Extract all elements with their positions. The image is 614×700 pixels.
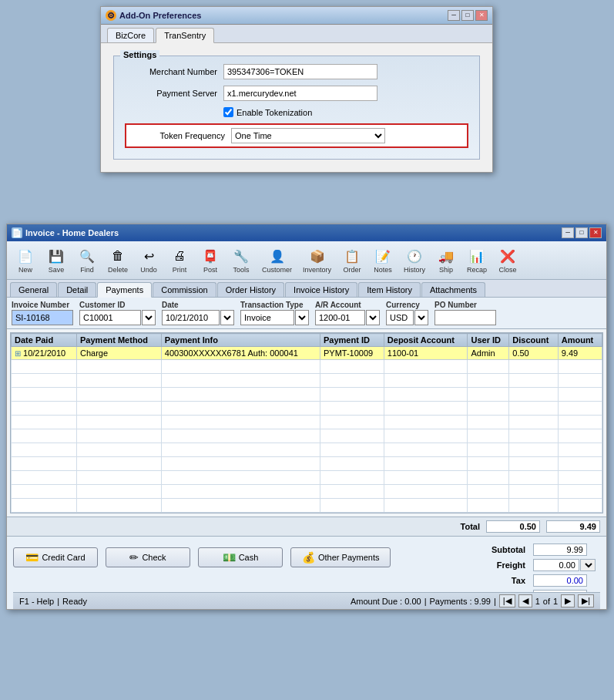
nav-first-button[interactable]: |◀	[499, 594, 515, 607]
addon-tab-bar: BizCore TranSentry	[101, 25, 492, 43]
addon-titlebar: ⚙ Add-On Preferences ─ □ ✕	[101, 7, 492, 25]
date-dropdown[interactable]	[220, 310, 234, 325]
customer-id-dropdown[interactable]	[142, 310, 156, 325]
inventory-icon: 📦	[308, 247, 327, 265]
freight-input[interactable]	[533, 559, 579, 571]
print-icon: 🖨	[170, 247, 189, 265]
addon-close-button[interactable]: ✕	[475, 10, 488, 21]
toolbar-delete-label: Delete	[108, 266, 128, 274]
toolbar-close-icon: ❌	[498, 247, 517, 265]
payment-server-label: Payment Server	[125, 89, 217, 98]
nav-prev-button[interactable]: ◀	[518, 594, 532, 607]
page-of: of	[543, 597, 550, 606]
freight-row: Freight N	[488, 558, 599, 572]
toolbar-find-button[interactable]: 🔍 Find	[73, 244, 101, 276]
ship-icon: 🚚	[437, 247, 455, 265]
date-input[interactable]	[162, 310, 220, 325]
toolbar-order-label: Order	[344, 266, 361, 274]
toolbar-order-button[interactable]: 📋 Order	[338, 244, 366, 276]
invoice-minimize-button[interactable]: ─	[562, 227, 574, 238]
total-amount-value: 9.49	[546, 520, 600, 533]
save-icon: 💾	[47, 247, 65, 265]
tab-detail[interactable]: Detail	[58, 282, 96, 297]
toolbar-print-label: Print	[173, 266, 187, 274]
col-header-date-paid: Date Paid	[12, 334, 77, 347]
po-number-input[interactable]	[434, 310, 496, 325]
credit-card-button[interactable]: 💳 Credit Card	[13, 547, 98, 567]
date-paid-value: 10/21/2010	[23, 348, 65, 358]
toolbar-new-label: New	[18, 266, 32, 274]
col-header-amount: Amount	[558, 334, 602, 347]
history-icon: 🕐	[405, 247, 424, 265]
tab-commission[interactable]: Commission	[153, 282, 216, 297]
cash-label: Cash	[239, 553, 259, 562]
toolbar-ship-button[interactable]: 🚚 Ship	[432, 244, 460, 276]
tax-label: Tax	[488, 574, 528, 587]
addon-minimize-button[interactable]: ─	[448, 10, 460, 21]
toolbar-undo-button[interactable]: ↩ Undo	[135, 244, 163, 276]
payment-server-input[interactable]	[223, 86, 377, 101]
enable-tokenization-checkbox[interactable]	[223, 107, 233, 117]
col-header-payment-method: Payment Method	[77, 334, 162, 347]
invoice-maximize-button[interactable]: □	[575, 227, 588, 238]
tab-item-history[interactable]: Item History	[358, 282, 421, 297]
tab-invoice-history[interactable]: Invoice History	[285, 282, 357, 297]
find-icon: 🔍	[78, 247, 96, 265]
row-expand-icon[interactable]: ⊞	[15, 349, 21, 358]
freight-type-select[interactable]: N	[580, 559, 596, 571]
currency-group: Currency	[386, 301, 428, 325]
toolbar-post-button[interactable]: 📮 Post	[196, 244, 224, 276]
toolbar-new-button[interactable]: 📄 New	[12, 244, 39, 276]
toolbar-tools-label: Tools	[233, 266, 250, 274]
token-frequency-select[interactable]: One Time Always Never	[231, 128, 385, 143]
toolbar-history-button[interactable]: 🕐 History	[400, 244, 429, 276]
nav-next-button[interactable]: ▶	[561, 594, 575, 607]
tab-general[interactable]: General	[10, 282, 57, 297]
customer-id-input[interactable]	[79, 310, 141, 325]
payment-row[interactable]: ⊞ 10/21/2010 Charge 400300XXXXXX6781 Aut…	[12, 347, 602, 360]
toolbar-notes-label: Notes	[374, 266, 392, 274]
toolbar-close-button[interactable]: ❌ Close	[494, 244, 522, 276]
subtotal-input[interactable]	[533, 544, 587, 556]
enable-tokenization-label: Enable Tokenization	[237, 108, 312, 117]
currency-dropdown[interactable]	[414, 310, 428, 325]
toolbar-inventory-button[interactable]: 📦 Inventory	[299, 244, 335, 276]
tab-bizcore[interactable]: BizCore	[107, 28, 154, 42]
col-header-user-id: User ID	[468, 334, 509, 347]
tab-payments[interactable]: Payments	[97, 282, 152, 298]
toolbar-customer-button[interactable]: 👤 Customer	[258, 244, 296, 276]
payment-table-header-row: Date Paid Payment Method Payment Info Pa…	[12, 334, 602, 347]
invoice-number-input[interactable]	[12, 310, 73, 325]
cell-amount: 9.49	[558, 347, 602, 360]
empty-row	[12, 388, 602, 402]
toolbar-recap-button[interactable]: 📊 Recap	[463, 244, 491, 276]
tab-transentry[interactable]: TranSentry	[156, 28, 214, 43]
toolbar-save-button[interactable]: 💾 Save	[42, 244, 70, 276]
invoice-fields-row: Invoice Number Customer ID Date Transact…	[7, 298, 606, 329]
cash-button[interactable]: 💵 Cash	[198, 547, 283, 567]
toolbar-tools-button[interactable]: 🔧 Tools	[227, 244, 255, 276]
empty-row	[12, 374, 602, 388]
merchant-number-input[interactable]	[223, 64, 377, 79]
nav-last-button[interactable]: ▶|	[578, 594, 594, 607]
addon-maximize-button[interactable]: □	[461, 10, 474, 21]
ar-account-dropdown[interactable]	[366, 310, 380, 325]
order-icon: 📋	[343, 247, 361, 265]
toolbar-close-label: Close	[499, 266, 517, 274]
toolbar-delete-button[interactable]: 🗑 Delete	[104, 244, 132, 276]
transaction-type-input[interactable]	[240, 310, 294, 325]
tab-attachments[interactable]: Attachments	[421, 282, 485, 297]
invoice-toolbar: 📄 New 💾 Save 🔍 Find 🗑 Delete ↩ Undo 🖨 Pr…	[7, 241, 606, 280]
currency-input[interactable]	[386, 310, 414, 325]
check-button[interactable]: ✏ Check	[106, 547, 190, 567]
transaction-type-dropdown[interactable]	[295, 310, 309, 325]
toolbar-notes-button[interactable]: 📝 Notes	[369, 244, 397, 276]
payment-buttons-area: 💳 Credit Card ✏ Check 💵 Cash 💰 Other Pay…	[13, 541, 391, 567]
tab-order-history[interactable]: Order History	[217, 282, 284, 297]
invoice-close-button[interactable]: ✕	[589, 227, 602, 238]
ar-account-input[interactable]	[315, 310, 365, 325]
addon-content: Settings Merchant Number Payment Server …	[101, 43, 492, 172]
other-payments-button[interactable]: 💰 Other Payments	[290, 547, 391, 567]
toolbar-print-button[interactable]: 🖨 Print	[166, 244, 193, 276]
tax-input[interactable]	[533, 574, 587, 587]
